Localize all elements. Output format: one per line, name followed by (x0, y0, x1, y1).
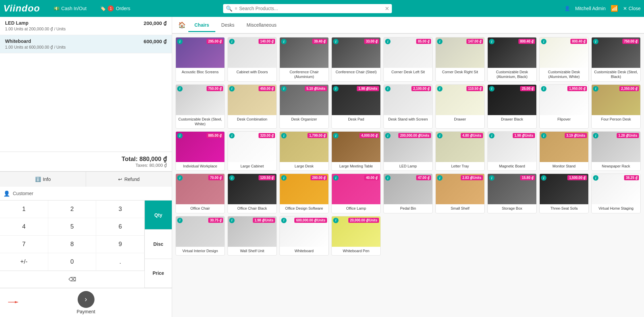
info-button[interactable]: ℹ️ Info (0, 172, 86, 187)
product-info-btn[interactable]: i (333, 39, 339, 44)
search-input[interactable] (239, 6, 383, 11)
product-card[interactable]: i 2,350.00 ₫ Four Person Desk (591, 84, 641, 129)
product-card[interactable]: i 200,000.00 ₫/Units LED Lamp (383, 131, 433, 171)
product-info-btn[interactable]: i (385, 175, 391, 181)
product-info-btn[interactable]: i (385, 133, 391, 138)
order-item[interactable]: LED Lamp 1.00 Units at 200,000.00 ₫ / Un… (0, 17, 172, 35)
num-0-button[interactable]: 0 (48, 253, 97, 271)
product-card[interactable]: i 39.40 ₫ Conference Chair (Aluminium) (279, 37, 329, 82)
product-card[interactable]: i 1.98 ₫/Units Magnetic Board (487, 131, 537, 171)
tab-miscellaneous[interactable]: Miscellaneous (240, 19, 283, 32)
product-info-btn[interactable]: i (333, 218, 339, 223)
product-card[interactable]: i 4,000.00 ₫ Large Meeting Table (331, 131, 381, 171)
num-7-button[interactable]: 7 (0, 236, 48, 253)
num-8-button[interactable]: 8 (48, 236, 97, 253)
product-info-btn[interactable]: i (489, 86, 494, 91)
product-info-btn[interactable]: i (281, 218, 287, 223)
product-info-btn[interactable]: i (541, 175, 546, 181)
product-info-btn[interactable]: i (281, 86, 287, 91)
product-info-btn[interactable]: i (177, 175, 183, 181)
product-card[interactable]: i 30.75 ₫ Virtual Interior Design (176, 216, 225, 256)
product-info-btn[interactable]: i (281, 175, 287, 181)
product-card[interactable]: i 800.40 ₫ Customizable Desk (Aluminium,… (487, 37, 537, 82)
product-card[interactable]: i 1.28 ₫/Units Newspaper Rack (591, 131, 641, 171)
close-button[interactable]: ✕ Close (623, 6, 641, 11)
num-6-button[interactable]: 6 (96, 218, 144, 236)
num-3-button[interactable]: 3 (96, 201, 144, 218)
product-info-btn[interactable]: i (593, 133, 598, 138)
product-card[interactable]: i 1,950.00 ₫ Flipover (539, 84, 589, 129)
product-card[interactable]: i 750.00 ₫ Customizable Desk (Steel, Bla… (591, 37, 641, 82)
product-card[interactable]: i 750.00 ₫ Customizable Desk (Steel, Whi… (176, 84, 225, 129)
product-card[interactable]: i 40.00 ₫ Office Lamp (331, 174, 381, 213)
search-clear-button[interactable]: ✕ (385, 5, 389, 12)
num-dot-button[interactable]: . (96, 253, 144, 271)
product-card[interactable]: i 1.98 ₫/Units Desk Pad (331, 84, 381, 129)
cash-in-out-button[interactable]: 💵 Cash In/Out (50, 4, 90, 12)
product-card[interactable]: i 450.00 ₫ Desk Combination (227, 84, 277, 129)
product-card[interactable]: i 110.50 ₫ Drawer (435, 84, 485, 129)
tab-desks[interactable]: Desks (215, 19, 241, 32)
customer-row[interactable]: 👤 Customer (0, 187, 172, 201)
product-card[interactable]: i 140.00 ₫ Cabinet with Doors (227, 37, 277, 82)
disc-mode-button[interactable]: Disc (145, 230, 172, 259)
product-info-btn[interactable]: i (489, 39, 494, 44)
product-card[interactable]: i 295.00 ₫ Acoustic Bloc Screens (176, 37, 225, 82)
product-info-btn[interactable]: i (177, 39, 183, 44)
refund-button[interactable]: ↩ Refund (86, 172, 172, 187)
num-2-button[interactable]: 2 (48, 201, 97, 218)
product-card[interactable]: i 1,500.00 ₫ Three-Seat Sofa (539, 174, 589, 213)
product-card[interactable]: i 280.00 ₫ Office Design Software (279, 174, 329, 213)
product-info-btn[interactable]: i (437, 86, 442, 91)
product-card[interactable]: i 20,000.00 ₫/Units Whiteboard Pen (331, 216, 381, 256)
product-info-btn[interactable]: i (593, 86, 598, 91)
product-card[interactable]: i 600,000.00 ₫/Units Whiteboard (279, 216, 329, 256)
backspace-button[interactable]: ⌫ (0, 271, 144, 288)
product-card[interactable]: i 15.80 ₫ Storage Box (487, 174, 537, 213)
product-info-btn[interactable]: i (229, 218, 235, 223)
product-info-btn[interactable]: i (385, 86, 391, 91)
product-info-btn[interactable]: i (333, 175, 339, 181)
product-info-btn[interactable]: i (281, 39, 287, 44)
product-info-btn[interactable]: i (437, 133, 442, 138)
num-5-button[interactable]: 5 (48, 218, 97, 236)
num-plusminus-button[interactable]: +/- (0, 253, 48, 271)
product-card[interactable]: i 4.80 ₫/Units Letter Tray (435, 131, 485, 171)
price-mode-button[interactable]: Price (145, 259, 172, 288)
product-card[interactable]: i 33.00 ₫ Conference Chair (Steel) (331, 37, 381, 82)
orders-button[interactable]: 🏷️ 1 Orders (97, 4, 134, 13)
product-info-btn[interactable]: i (437, 175, 442, 181)
product-card[interactable]: i 147.00 ₫ Corner Desk Right Sit (435, 37, 485, 82)
product-card[interactable]: i 885.00 ₫ Individual Workplace (176, 131, 225, 171)
product-info-btn[interactable]: i (333, 86, 339, 91)
product-card[interactable]: i 85.00 ₫ Corner Desk Left Sit (383, 37, 433, 82)
product-info-btn[interactable]: i (489, 133, 494, 138)
product-info-btn[interactable]: i (281, 133, 287, 138)
product-info-btn[interactable]: i (333, 133, 339, 138)
product-info-btn[interactable]: i (593, 175, 598, 181)
product-info-btn[interactable]: i (229, 86, 235, 91)
product-info-btn[interactable]: i (385, 39, 391, 44)
product-card[interactable]: i 800.40 ₫ Customizable Desk (Aluminium,… (539, 37, 589, 82)
product-card[interactable]: i 320.00 ₫ Large Cabinet (227, 131, 277, 171)
tab-chairs[interactable]: Chairs (188, 19, 215, 32)
product-card[interactable]: i 70.00 ₫ Office Chair (176, 174, 225, 213)
product-info-btn[interactable]: i (593, 39, 598, 44)
product-info-btn[interactable]: i (177, 133, 183, 138)
product-card[interactable]: i 1,799.00 ₫ Large Desk (279, 131, 329, 171)
product-info-btn[interactable]: i (229, 39, 235, 44)
product-info-btn[interactable]: i (541, 39, 546, 44)
product-info-btn[interactable]: i (177, 86, 183, 91)
num-1-button[interactable]: 1 (0, 201, 48, 218)
product-card[interactable]: i 38.25 ₫ Virtual Home Staging (591, 174, 641, 213)
qty-mode-button[interactable]: Qty (145, 201, 172, 230)
product-card[interactable]: i 47.00 ₫ Pedal Bin (383, 174, 433, 213)
product-card[interactable]: i 120.50 ₫ Office Chair Black (227, 174, 277, 213)
order-item[interactable]: Whiteboard 1.00 Units at 600,000.00 ₫ / … (0, 35, 172, 53)
product-card[interactable]: i 25.00 ₫ Drawer Black (487, 84, 537, 129)
product-info-btn[interactable]: i (177, 218, 183, 223)
product-info-btn[interactable]: i (229, 133, 235, 138)
payment-button[interactable]: › (78, 291, 95, 308)
num-9-button[interactable]: 9 (96, 236, 144, 253)
product-info-btn[interactable]: i (541, 86, 546, 91)
